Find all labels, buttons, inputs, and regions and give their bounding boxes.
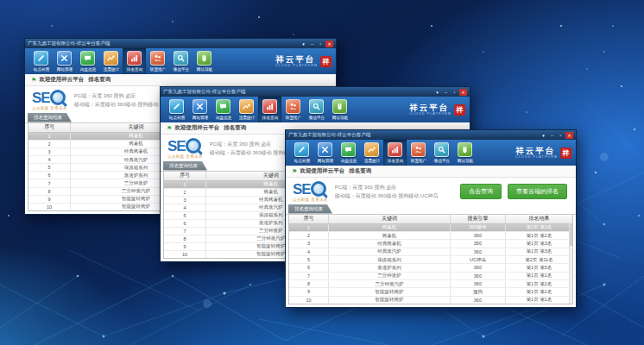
results-table: 序号关键词搜索引擎排名结果 1烤薯机360移动第1页 第1名2烤薯机360第1页… <box>288 215 573 305</box>
cell-engine: 360 <box>451 280 506 287</box>
titlebar[interactable]: 广东九鼎工贸有限公司-祥云平台客户端 ▾ – ▫ ✕ <box>25 39 336 48</box>
table-row[interactable]: 10智能旋转烤炉360第1页 第1名 <box>289 297 572 304</box>
minimize-button[interactable]: – <box>442 89 450 96</box>
cell-no: 4 <box>164 204 206 211</box>
toolbar-item-traffic-stats[interactable]: 流量统计 <box>99 48 123 74</box>
cell-no: 6 <box>289 264 329 271</box>
table-row[interactable]: 2烤薯机360第1页 第2名 <box>289 232 572 240</box>
close-button[interactable]: ✕ <box>459 89 467 96</box>
column-header: 序号 <box>289 215 329 223</box>
table-row[interactable]: 1烤薯机360移动第1页 第1名 <box>289 224 572 232</box>
cell-keyword: 烤薯机 <box>329 224 451 231</box>
toolbar-item-site-check[interactable]: 站点检测 <box>290 140 313 166</box>
toolbar-item-site-check[interactable]: 站点检测 <box>29 48 53 74</box>
toolbar-item-alliance-promo[interactable]: 联盟推广 <box>407 140 430 166</box>
seo-logo-text: SE <box>293 182 311 197</box>
maximize-button[interactable]: ▫ <box>317 41 325 47</box>
cell-keyword: 经典烤薯机 <box>329 240 451 247</box>
toolbar-item-ranking-query[interactable]: 排名查询 <box>123 48 146 74</box>
toolbar-item-site-nav[interactable]: 网址导航 <box>328 97 351 122</box>
flag-icon: ⚑ <box>31 77 36 84</box>
seo-logo-text: SE <box>32 91 50 105</box>
toolbar-item-traffic-stats[interactable]: 流量统计 <box>235 97 258 122</box>
table-row[interactable]: 7三分钟蒸炉360第1页 第1名 <box>289 273 572 280</box>
toolbar-item-label: 站点检测 <box>33 66 48 72</box>
close-button[interactable]: ✕ <box>565 132 573 139</box>
brand-logo: 祥云平台 CLOUD PLATFORM 祥 <box>515 147 571 160</box>
results-tab[interactable]: 排名查询结果 <box>163 161 207 171</box>
welcome-bar: ⚑ 欢迎使用祥云平台 排名查询 <box>286 166 576 178</box>
table-body: 1烤薯机360移动第1页 第1名2烤薯机360第1页 第2名3经典烤薯机360第… <box>289 224 572 304</box>
cloud-ranking-button[interactable]: 查看云端的排名 <box>508 184 567 199</box>
toolbar-item-site-manage[interactable]: 网站管理 <box>53 48 76 74</box>
table-row[interactable]: 3经典烤薯机360第1页 第3名 <box>289 240 572 248</box>
table-row[interactable]: 9智能旋转烤炉搜狗第1页 第1名 <box>289 288 572 296</box>
seo-logo: SE 点击刷新 查看排名 <box>293 181 328 202</box>
table-row[interactable]: 6蒸道炉系列360第1页 第5名 <box>289 264 572 272</box>
site-manage-icon <box>193 99 207 114</box>
toolbar-item-inquiry[interactable]: 询盘信息 <box>212 97 235 122</box>
seo-logo-caption: 点击刷新 查看排名 <box>167 154 203 159</box>
toolbar-item-ranking-query[interactable]: 排名查询 <box>258 97 281 122</box>
toolbar-item-alliance-promo[interactable]: 联盟推广 <box>146 48 169 74</box>
toolbar-item-label: 网站管理 <box>192 115 207 120</box>
cell-no: 10 <box>164 251 206 258</box>
minimize-button[interactable]: – <box>308 41 316 47</box>
cell-keyword: 蒸道炉系列 <box>329 264 451 271</box>
skin-button[interactable]: ▾ <box>433 89 441 96</box>
cell-no: 8 <box>164 235 206 242</box>
cell-engine: 360 <box>451 297 506 304</box>
cell-rank: 第2页 第11名 <box>506 256 572 263</box>
scrollbar-thumb[interactable] <box>570 223 572 246</box>
cell-no: 9 <box>164 243 206 250</box>
toolbar-item-ranking-query[interactable]: 排名查询 <box>383 140 407 166</box>
cell-rank: 第1页 第5名 <box>506 264 572 271</box>
minimize-button[interactable]: – <box>548 132 556 139</box>
table-scrollbar[interactable] <box>569 223 572 304</box>
skin-button[interactable]: ▾ <box>300 41 307 47</box>
toolbar-item-site-manage[interactable]: 网站管理 <box>188 97 212 122</box>
table-header: 序号关键词搜索引擎排名结果 <box>289 215 572 224</box>
toolbar-item-wechat-platform[interactable]: 微信平台 <box>169 48 193 74</box>
table-row[interactable]: 4经典蒸汽炉360第1页 第3名 <box>289 248 572 256</box>
seo-logo-caption: 点击刷新 查看排名 <box>293 198 328 202</box>
results-tab[interactable]: 排名查询结果 <box>288 204 332 214</box>
close-button[interactable]: ✕ <box>325 41 333 47</box>
toolbar-item-traffic-stats[interactable]: 流量统计 <box>360 140 383 166</box>
toolbar-item-alliance-promo[interactable]: 联盟推广 <box>281 97 305 122</box>
welcome-section-label: 排名查询 <box>349 167 371 175</box>
seo-panel: SE 点击刷新 查看排名 PC端：百度 360 搜狗 必应 移动端：百度移动 3… <box>286 178 576 204</box>
cell-rank: 第1页 第2名 <box>506 280 572 287</box>
inquiry-icon <box>341 142 356 157</box>
toolbar-item-wechat-platform[interactable]: 微信平台 <box>430 140 453 166</box>
cell-no: 2 <box>164 189 206 196</box>
toolbar-item-site-nav[interactable]: 网址导航 <box>453 140 477 166</box>
cell-rank: 第1页 第1名 <box>506 273 572 279</box>
wechat-platform-icon <box>174 51 188 66</box>
results-tab[interactable]: 排名查询结果 <box>28 113 72 122</box>
toolbar-item-site-manage[interactable]: 网站管理 <box>313 140 337 166</box>
maximize-button[interactable]: ▫ <box>557 132 565 139</box>
titlebar[interactable]: 广东九鼎工贸有限公司-祥云平台客户端 ▾ – ▫ ✕ <box>161 87 470 97</box>
table-row[interactable]: 5保温箱系列UC神马第2页 第11名 <box>289 256 572 264</box>
cell-engine: 360移动 <box>451 224 506 231</box>
toolbar-item-label: 排名查询 <box>126 66 142 72</box>
traffic-stats-icon <box>364 142 379 157</box>
maximize-button[interactable]: ▫ <box>451 89 458 96</box>
query-button[interactable]: 点击查询 <box>460 184 502 199</box>
toolbar-item-site-check[interactable]: 站点检测 <box>165 97 188 122</box>
skin-button[interactable]: ▾ <box>540 132 547 139</box>
cell-keyword: 智能旋转烤炉 <box>329 288 451 295</box>
toolbar-item-inquiry[interactable]: 询盘信息 <box>76 48 99 74</box>
column-header: 序号 <box>164 172 206 180</box>
toolbar-item-wechat-platform[interactable]: 微信平台 <box>305 97 328 122</box>
toolbar-item-label: 询盘信息 <box>79 66 95 72</box>
toolbar: 站点检测网站管理询盘信息流量统计排名查询联盟推广微信平台网址导航 祥云平台 CL… <box>286 140 576 166</box>
toolbar-item-site-nav[interactable]: 网址导航 <box>193 48 216 74</box>
window-controls: ▾ – ▫ ✕ <box>539 132 573 139</box>
toolbar-item-label: 联盟推广 <box>410 158 426 163</box>
toolbar-item-label: 联盟推广 <box>285 115 300 120</box>
toolbar-item-inquiry[interactable]: 询盘信息 <box>337 140 360 166</box>
table-row[interactable]: 8三分钟蒸汽炉360第1页 第2名 <box>289 280 572 288</box>
titlebar[interactable]: 广东九鼎工贸有限公司-祥云平台客户端 ▾ – ▫ ✕ <box>286 130 576 140</box>
